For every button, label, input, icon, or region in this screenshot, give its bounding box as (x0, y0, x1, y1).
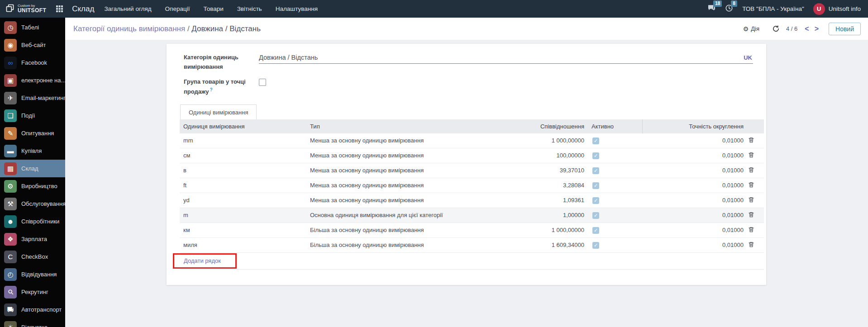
units-table-body: mmМенша за основну одиницю вимірювання1 … (180, 133, 764, 253)
sidebar-item[interactable]: ▬Купівля (0, 142, 65, 160)
new-record-button[interactable]: Новий (829, 23, 861, 35)
active-checkbox[interactable]: ✓ (592, 182, 599, 189)
units-table-header: Одиниця вимірювання Тип Співвідношення А… (180, 119, 764, 133)
sidebar-item[interactable]: CCheckBox (0, 248, 65, 265)
table-row[interactable]: кмБільша за основну одиницю вимірювання1… (180, 223, 764, 238)
car-icon: ⛟ (4, 303, 17, 316)
box-icon: ▦ (4, 162, 17, 175)
sidebar-item[interactable]: ✎Опитування (0, 124, 65, 142)
active-cell: ✓ (588, 212, 642, 219)
sidebar-item-label: електронне на... (21, 77, 65, 84)
company-switcher[interactable]: ТОВ "БПЛА - Україна" (742, 5, 804, 12)
delete-row-icon[interactable] (748, 137, 754, 143)
table-row[interactable]: миляБільша за основну одиницю вимірюванн… (180, 238, 764, 253)
sidebar-item[interactable]: ⚲Рекрутинг (0, 283, 65, 301)
active-checkbox[interactable]: ✓ (592, 212, 599, 219)
topbar-menu-item[interactable]: Налаштування (276, 5, 318, 12)
unitsoft-logo[interactable]: Custom by UNITSOFT (0, 4, 51, 14)
row-actions-cell (747, 241, 764, 249)
row-actions-cell (747, 137, 764, 145)
action-menu-button[interactable]: ⚙ Дія (743, 25, 759, 32)
apps-grid-icon[interactable] (51, 5, 68, 12)
sidebar-item[interactable]: ◉Веб-сайт (0, 36, 65, 54)
tab-units-of-measure[interactable]: Одиниці вимірювання (180, 104, 257, 119)
refresh-button[interactable] (772, 25, 780, 33)
hammer-icon: ⚒ (4, 198, 17, 210)
recruit-magnifier-icon: ⚲ (4, 286, 17, 299)
add-row-link[interactable]: Додати рядок (184, 257, 221, 264)
sidebar-item[interactable]: ◷Табелі (0, 19, 65, 36)
attendance-icon: ◴ (4, 268, 17, 281)
unit-cell: mm (180, 137, 306, 144)
delete-row-icon[interactable] (748, 181, 754, 188)
row-actions-cell (747, 181, 764, 190)
delete-row-icon[interactable] (748, 226, 754, 233)
type-cell: Більша за основну одиницю вимірювання (306, 227, 495, 233)
topbar-menu-item[interactable]: Звітність (237, 5, 262, 12)
sidebar-item[interactable]: ⛟Автотранспорт (0, 301, 65, 318)
type-cell: Більша за основну одиницю вимірювання (306, 242, 495, 248)
sidebar-item[interactable]: ❏Події (0, 107, 65, 124)
language-badge[interactable]: UK (744, 54, 752, 61)
pager-previous-button[interactable]: < (802, 25, 811, 33)
credit-card-icon: ▬ (4, 145, 17, 157)
topbar-menu-item[interactable]: Операції (165, 5, 190, 12)
delete-row-icon[interactable] (748, 152, 754, 158)
ratio-cell: 100,00000 (495, 152, 588, 159)
pager-next-button[interactable]: > (812, 25, 821, 33)
sidebar-item[interactable]: ▦Склад (0, 160, 65, 177)
delete-row-icon[interactable] (748, 196, 754, 203)
help-question-icon[interactable]: ? (210, 87, 213, 92)
active-checkbox[interactable]: ✓ (592, 167, 599, 174)
survey-icon: ✎ (4, 127, 17, 140)
activities-badge: 8 (731, 0, 737, 7)
row-actions-cell (747, 226, 764, 234)
messages-button[interactable]: 18 (707, 4, 716, 14)
active-checkbox[interactable]: ✓ (592, 137, 599, 144)
ticket-icon: ❏ (4, 109, 17, 122)
active-cell: ✓ (588, 227, 642, 234)
table-row[interactable]: смМенша за основну одиницю вимірювання10… (180, 148, 764, 163)
sidebar-item-label: Відвідування (21, 271, 57, 278)
payroll-icon: ❖ (4, 233, 17, 246)
active-checkbox[interactable]: ✓ (592, 227, 599, 234)
delete-row-icon[interactable] (748, 241, 754, 248)
table-row[interactable]: вМенша за основну одиницю вимірювання39,… (180, 163, 764, 178)
ratio-cell: 1,00000 (495, 212, 588, 218)
pos-group-checkbox[interactable] (259, 79, 266, 86)
breadcrumb-parent-link[interactable]: Категорії одиниць вимірювання (73, 24, 185, 33)
action-label: Дія (751, 25, 759, 32)
sidebar-item[interactable]: ◴Відвідування (0, 265, 65, 283)
sidebar-item[interactable]: ⚒Обслуговування (0, 195, 65, 213)
sidebar-item[interactable]: ⚙Виробництво (0, 177, 65, 195)
sidebar-item[interactable]: ∞Facebook (0, 54, 65, 71)
user-menu[interactable]: U Unitsoft info (813, 3, 861, 15)
sidebar-item-label: Відпустка (21, 324, 48, 327)
active-checkbox[interactable]: ✓ (592, 197, 599, 204)
timeoff-icon: ☀ (4, 321, 17, 327)
delete-row-icon[interactable] (748, 166, 754, 173)
table-row[interactable]: mОсновна одиниця вимірювання для цієї ка… (180, 208, 764, 223)
sidebar-item[interactable]: ❖Зарплата (0, 230, 65, 248)
table-row[interactable]: mmМенша за основну одиницю вимірювання1 … (180, 133, 764, 148)
activities-button[interactable]: 8 (725, 4, 733, 14)
current-app-name[interactable]: Склад (72, 5, 94, 14)
active-cell: ✓ (588, 242, 642, 249)
active-checkbox[interactable]: ✓ (592, 152, 599, 159)
sidebar-item-label: Купівля (21, 147, 42, 154)
topbar-menu-item[interactable]: Товари (203, 5, 223, 12)
sidebar-item[interactable]: ☻Співробітники (0, 213, 65, 230)
table-row[interactable]: ydМенша за основну одиницю вимірювання1,… (180, 193, 764, 208)
topbar-menu-item[interactable]: Загальний огляд (104, 5, 151, 12)
active-checkbox[interactable]: ✓ (592, 242, 599, 249)
avatar: U (813, 3, 825, 15)
sidebar-item[interactable]: ✈Email-маркетинг (0, 89, 65, 107)
delete-row-icon[interactable] (748, 211, 754, 218)
unit-cell: ft (180, 182, 306, 189)
category-input[interactable] (259, 53, 753, 64)
sidebar-item[interactable]: ▣електронне на... (0, 71, 65, 89)
rounding-cell: 0,01000 (642, 182, 747, 189)
table-row[interactable]: ftМенша за основну одиницю вимірювання3,… (180, 178, 764, 193)
sidebar-item[interactable]: ☀Відпустка (0, 318, 65, 327)
sidebar-item-label: Склад (21, 165, 38, 172)
